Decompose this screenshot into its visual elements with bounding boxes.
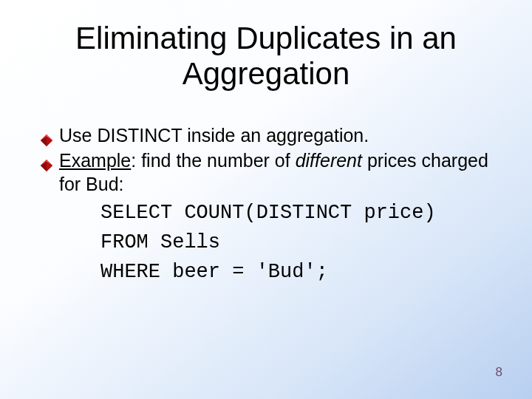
bullet-item-1: Use DISTINCT inside an aggregation. — [40, 123, 497, 147]
bullet-text-2a: : find the number of — [131, 150, 295, 171]
diamond-bullet-icon — [40, 154, 53, 167]
slide: Eliminating Duplicates in an Aggregation… — [0, 0, 532, 399]
code-line-2: FROM Sells — [100, 231, 220, 253]
example-label: Example — [59, 150, 131, 171]
code-line-1: SELECT COUNT(DISTINCT price) — [100, 202, 436, 224]
page-number: 8 — [496, 365, 502, 380]
italic-different: different — [296, 150, 362, 171]
code-line-3: WHERE beer = 'Bud'; — [100, 261, 328, 283]
slide-title: Eliminating Duplicates in an Aggregation — [35, 21, 497, 92]
bullet-text-2: Example: find the number of different pr… — [59, 149, 497, 196]
bullet-text-1: Use DISTINCT inside an aggregation. — [59, 123, 497, 147]
diamond-bullet-icon — [40, 129, 53, 142]
bullet-list: Use DISTINCT inside an aggregation. Exam… — [35, 123, 497, 196]
sql-code-block: SELECT COUNT(DISTINCT price) FROM Sells … — [35, 199, 497, 287]
bullet-item-2: Example: find the number of different pr… — [40, 149, 497, 196]
